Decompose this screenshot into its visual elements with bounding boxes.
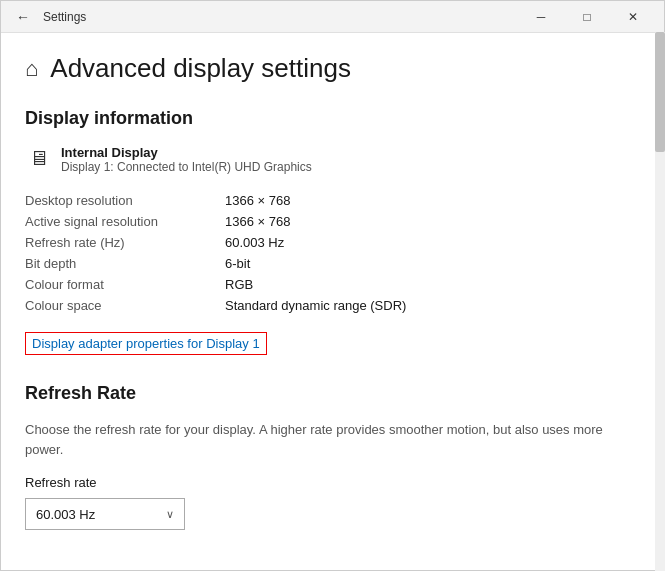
display-info-table: Desktop resolution 1366 × 768 Active sig… xyxy=(25,190,640,316)
maximize-icon: □ xyxy=(583,10,590,24)
display-details: Internal Display Display 1: Connected to… xyxy=(61,145,312,174)
adapter-properties-link[interactable]: Display adapter properties for Display 1 xyxy=(25,332,267,355)
table-row: Colour space Standard dynamic range (SDR… xyxy=(25,295,640,316)
row-label: Colour space xyxy=(25,295,225,316)
row-value: Standard dynamic range (SDR) xyxy=(225,295,640,316)
maximize-button[interactable]: □ xyxy=(564,1,610,33)
display-information-heading: Display information xyxy=(25,108,640,129)
display-info-box: 🖥 Internal Display Display 1: Connected … xyxy=(25,145,640,174)
refresh-rate-section: Refresh Rate Choose the refresh rate for… xyxy=(25,383,640,530)
back-button[interactable]: ← xyxy=(9,3,37,31)
refresh-rate-label: Refresh rate xyxy=(25,475,640,490)
refresh-rate-heading: Refresh Rate xyxy=(25,383,640,404)
chevron-down-icon: ∨ xyxy=(166,508,174,521)
row-label: Refresh rate (Hz) xyxy=(25,232,225,253)
scrollbar-thumb[interactable] xyxy=(655,32,665,152)
table-row: Colour format RGB xyxy=(25,274,640,295)
close-button[interactable]: ✕ xyxy=(610,1,656,33)
row-label: Active signal resolution xyxy=(25,211,225,232)
refresh-rate-value: 60.003 Hz xyxy=(36,507,95,522)
display-name: Internal Display xyxy=(61,145,312,160)
minimize-icon: ─ xyxy=(537,10,546,24)
display-information-section: Display information 🖥 Internal Display D… xyxy=(25,108,640,379)
row-value: 60.003 Hz xyxy=(225,232,640,253)
row-label: Bit depth xyxy=(25,253,225,274)
display-sub: Display 1: Connected to Intel(R) UHD Gra… xyxy=(61,160,312,174)
row-label: Colour format xyxy=(25,274,225,295)
monitor-icon: 🖥 xyxy=(29,147,49,170)
home-icon: ⌂ xyxy=(25,56,38,82)
row-value: 1366 × 768 xyxy=(225,211,640,232)
settings-window: ← Settings ─ □ ✕ ⌂ Advanced display sett… xyxy=(0,0,665,571)
minimize-button[interactable]: ─ xyxy=(518,1,564,33)
row-value: 1366 × 768 xyxy=(225,190,640,211)
page-header: ⌂ Advanced display settings xyxy=(25,53,640,84)
page-title: Advanced display settings xyxy=(50,53,351,84)
row-value: 6-bit xyxy=(225,253,640,274)
table-row: Active signal resolution 1366 × 768 xyxy=(25,211,640,232)
row-label: Desktop resolution xyxy=(25,190,225,211)
row-value: RGB xyxy=(225,274,640,295)
titlebar: ← Settings ─ □ ✕ xyxy=(1,1,664,33)
back-icon: ← xyxy=(16,9,30,25)
refresh-rate-dropdown[interactable]: 60.003 Hz ∨ xyxy=(25,498,185,530)
window-controls: ─ □ ✕ xyxy=(518,1,656,33)
table-row: Refresh rate (Hz) 60.003 Hz xyxy=(25,232,640,253)
table-row: Desktop resolution 1366 × 768 xyxy=(25,190,640,211)
refresh-rate-description: Choose the refresh rate for your display… xyxy=(25,420,640,459)
titlebar-title: Settings xyxy=(43,10,518,24)
main-content: ⌂ Advanced display settings Display info… xyxy=(1,33,664,570)
table-row: Bit depth 6-bit xyxy=(25,253,640,274)
close-icon: ✕ xyxy=(628,10,638,24)
scrollbar-track[interactable] xyxy=(655,32,665,571)
